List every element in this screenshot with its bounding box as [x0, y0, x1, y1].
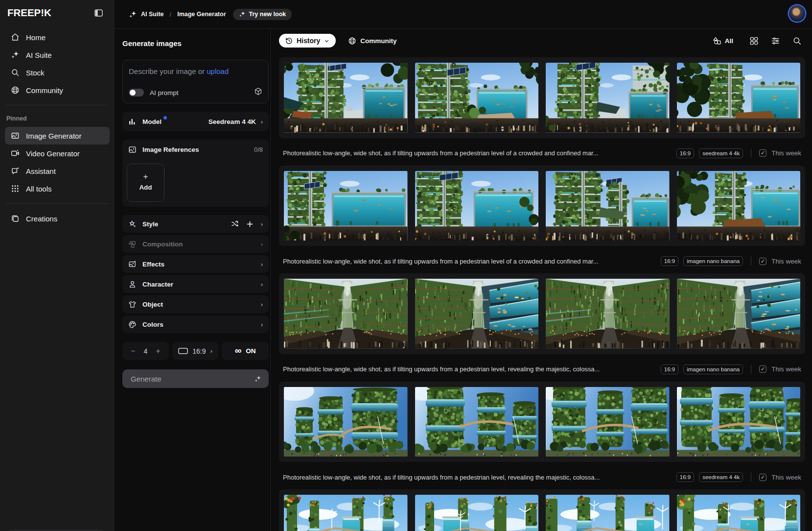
- svg-text:FREEP!K: FREEP!K: [8, 8, 51, 18]
